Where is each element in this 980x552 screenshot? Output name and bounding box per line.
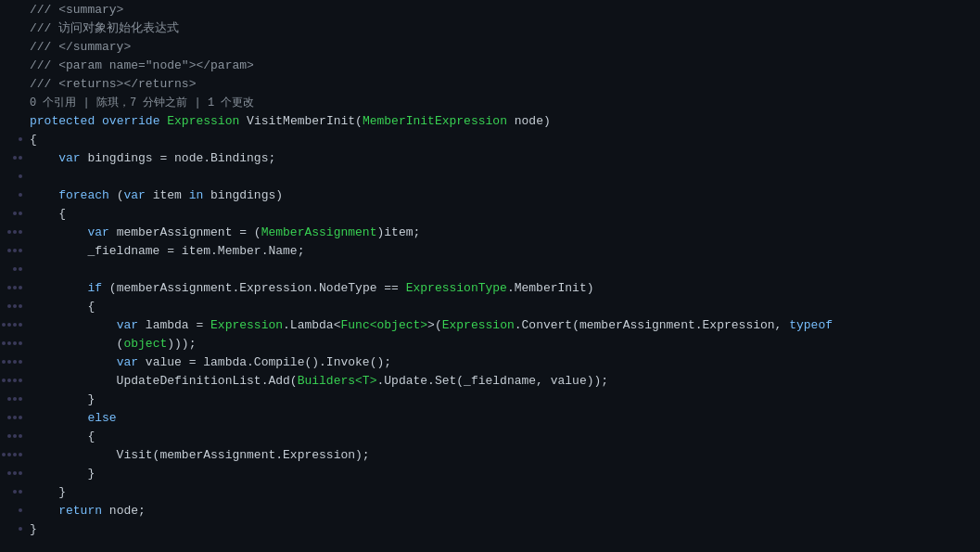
meta-info: 0 个引用 | 陈琪，7 分钟之前 | 1 个更改 — [30, 95, 254, 110]
code-line-14: _fieldname = item.Member.Name; — [26, 241, 980, 260]
update-set: .Update.Set(_fieldname, value)); — [376, 374, 608, 388]
brace-open: { — [30, 133, 37, 147]
line-gutter-9 — [0, 148, 26, 167]
comment-5: /// <returns></returns> — [30, 77, 196, 91]
indent1 — [30, 151, 58, 165]
indent7: { — [30, 300, 95, 314]
code-line-26: } — [26, 464, 980, 482]
indent11: UpdateDefinitionList.Add( — [30, 374, 298, 388]
line-gutter-3 — [0, 37, 26, 56]
type-expressiontype: ExpressionType — [406, 281, 507, 295]
gutter — [0, 0, 26, 552]
type-object: object — [123, 337, 167, 351]
keyword-var1: var — [58, 151, 80, 165]
line-gutter-4 — [0, 56, 26, 74]
line-gutter-2 — [0, 19, 26, 37]
code-line-23: else — [26, 408, 980, 427]
line-gutter-27 — [0, 482, 26, 501]
keyword-foreach: foreach — [58, 188, 109, 202]
line-gutter-18 — [0, 315, 26, 334]
indent18 — [30, 504, 58, 518]
code-content: /// <summary> /// 访问对象初始化表达式 /// </summa… — [26, 0, 980, 552]
code-line-25: Visit(memberAssignment.Expression); — [26, 445, 980, 464]
code-line-15 — [26, 260, 980, 278]
line-gutter-11 — [0, 186, 26, 204]
comment-1: /// <summary> — [30, 3, 123, 17]
type-func: Func<object> — [340, 318, 427, 332]
keyword-protected: protected — [30, 114, 95, 128]
if-condition: (memberAssignment.Expression.NodeType == — [102, 281, 406, 295]
space2 — [159, 114, 167, 128]
value-decl: value = lambda.Compile().Invoke(); — [138, 355, 391, 369]
code-line-18: var lambda = Expression .Lambda< Func<ob… — [26, 315, 980, 334]
keyword-var2: var — [123, 188, 145, 202]
type-expression2: Expression — [210, 318, 283, 332]
code-line-17: { — [26, 297, 980, 315]
line-gutter-24 — [0, 427, 26, 445]
code-line-27: } — [26, 482, 980, 501]
indent4 — [30, 225, 87, 239]
close-parens: ))); — [167, 337, 196, 351]
line-gutter-6 — [0, 93, 26, 111]
line-gutter-22 — [0, 390, 26, 408]
lambda-paren: >( — [427, 318, 442, 332]
code-line-29: } — [26, 520, 980, 538]
line-gutter-16 — [0, 278, 26, 297]
line-gutter-7 — [0, 111, 26, 130]
keyword-var3: var — [87, 225, 108, 239]
keyword-typeof: typeof — [789, 318, 833, 332]
line-gutter-26 — [0, 464, 26, 482]
code-line-3: /// </summary> — [26, 37, 980, 56]
type-memberassignment: MemberAssignment — [261, 225, 377, 239]
indent15: Visit(memberAssignment.Expression); — [30, 448, 370, 462]
keyword-var5: var — [117, 355, 138, 369]
code-line-5: /// <returns></returns> — [26, 74, 980, 93]
code-line-12: { — [26, 204, 980, 223]
line-gutter-20 — [0, 353, 26, 371]
indent6 — [30, 281, 87, 295]
dots-column — [0, 0, 26, 538]
foreach-rest: item — [146, 188, 189, 202]
line-gutter-17 — [0, 297, 26, 315]
line-gutter-12 — [0, 204, 26, 223]
indent5: _fieldname = item.Member.Name; — [30, 244, 304, 258]
code-line-1: /// <summary> — [26, 0, 980, 19]
line-gutter-29 — [0, 520, 26, 538]
keyword-var4: var — [117, 318, 138, 332]
keyword-override: override — [102, 114, 159, 128]
convert-call: .Convert(memberAssignment.Expression, — [515, 318, 789, 332]
indent12: } — [30, 392, 95, 406]
line-gutter-15 — [0, 260, 26, 278]
line-gutter-21 — [0, 371, 26, 390]
code-line-8: { — [26, 130, 980, 148]
memberinit-ref: .MemberInit) — [507, 281, 594, 295]
lambda-method: .Lambda< — [283, 318, 340, 332]
keyword-return: return — [58, 504, 102, 518]
param-node: node) — [507, 114, 551, 128]
line-gutter-14 — [0, 241, 26, 260]
code-line-10 — [26, 167, 980, 186]
line-gutter-10 — [0, 167, 26, 186]
line-gutter-19 — [0, 334, 26, 353]
indent2 — [30, 188, 58, 202]
indent14: { — [30, 430, 95, 443]
code-line-28: return node; — [26, 501, 980, 520]
indent13 — [30, 411, 87, 425]
return-node: node; — [102, 504, 146, 518]
code-line-2: /// 访问对象初始化表达式 — [26, 19, 980, 37]
code-line-9: var bingdings = node.Bindings; — [26, 148, 980, 167]
line-gutter-23 — [0, 408, 26, 427]
type-expression3: Expression — [442, 318, 515, 332]
comment-4: /// <param name="node"></param> — [30, 58, 254, 72]
line-gutter-1 — [0, 0, 26, 19]
code-line-11: foreach ( var item in bingdings) — [26, 186, 980, 204]
indent8 — [30, 318, 117, 332]
brace-close-main: } — [30, 522, 37, 536]
keyword-in: in — [189, 188, 204, 202]
code-line-24: { — [26, 427, 980, 445]
line-gutter-25 — [0, 445, 26, 464]
foreach-body: ( — [109, 188, 124, 202]
code-line-13: var memberAssignment = ( MemberAssignmen… — [26, 223, 980, 241]
indent17: } — [30, 485, 66, 499]
line-gutter-13 — [0, 223, 26, 241]
